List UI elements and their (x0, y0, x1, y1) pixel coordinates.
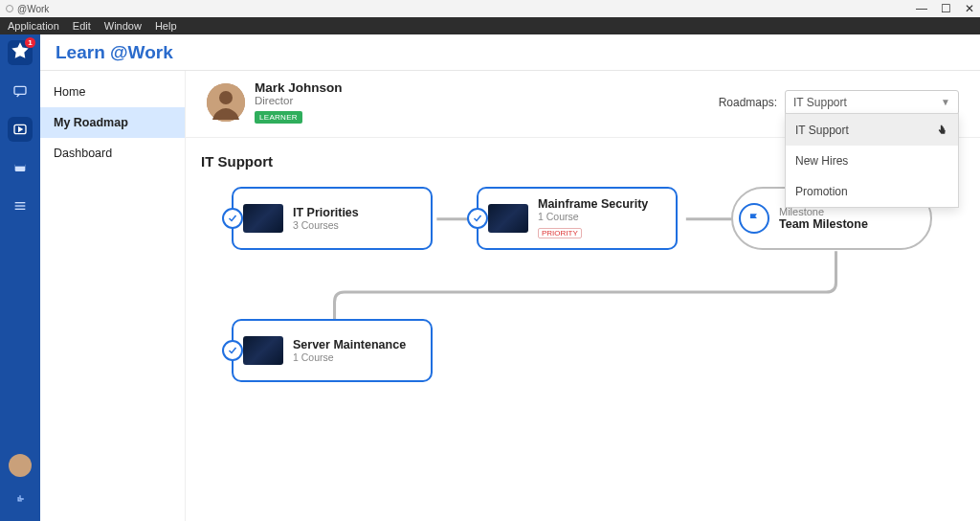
svg-rect-3 (15, 164, 26, 167)
node-subtitle: 3 Courses (293, 219, 359, 231)
check-icon (467, 208, 488, 229)
node-server-maintenance[interactable]: Server Maintenance 1 Course (232, 319, 433, 382)
svg-point-8 (219, 91, 233, 104)
user-role: Director (255, 95, 343, 106)
sidebar: Home My Roadmap Dashboard (40, 71, 186, 521)
roadmap-canvas: IT Priorities 3 Courses Mainframe Securi… (193, 177, 972, 445)
roadmap-option-new-hires[interactable]: New Hires (786, 146, 958, 176)
node-it-priorities[interactable]: IT Priorities 3 Courses (232, 187, 433, 250)
node-title: IT Priorities (293, 206, 359, 219)
sidebar-item-my-roadmap[interactable]: My Roadmap (40, 107, 185, 138)
course-thumbnail (488, 204, 528, 233)
rail-avatar[interactable] (9, 454, 32, 477)
rail-chat-icon[interactable] (8, 79, 33, 103)
roadmap-picker-label: Roadmaps: (719, 96, 777, 109)
main-panel: Mark Johnson Director LEARNER Roadmaps: … (186, 71, 980, 521)
roadmap-option-label: New Hires (795, 154, 848, 168)
roadmap-select[interactable]: IT Support ▼ (785, 90, 959, 115)
window-close-button[interactable]: ✕ (965, 2, 974, 15)
node-title: Mainframe Security (538, 197, 648, 211)
menu-application[interactable]: Application (8, 20, 59, 32)
user-name: Mark Johnson (255, 80, 343, 95)
milestone-title: Team Milestone (779, 217, 868, 231)
sidebar-item-dashboard[interactable]: Dashboard (40, 138, 185, 169)
flag-icon (739, 203, 769, 234)
node-subtitle: 1 Course (293, 351, 406, 363)
node-mainframe-security[interactable]: Mainframe Security 1 Course PRIORITY (477, 187, 678, 250)
node-subtitle: 1 Course (538, 211, 648, 222)
user-avatar[interactable] (207, 83, 245, 122)
node-title: Server Maintenance (293, 338, 406, 351)
app-menubar: Application Edit Window Help (0, 17, 980, 34)
roadmap-option-label: IT Support (795, 124, 849, 137)
os-titlebar: @Work — ☐ ✕ (0, 0, 980, 17)
window-title: @Work (17, 4, 49, 14)
priority-badge: PRIORITY (538, 228, 582, 238)
rail-card-icon[interactable] (8, 155, 33, 180)
app-indicator-icon (6, 5, 13, 12)
app-logo-icon[interactable]: 1 (8, 40, 33, 65)
roadmap-option-promotion[interactable]: Promotion (786, 176, 958, 207)
window-minimize-button[interactable]: — (916, 2, 927, 15)
rail-link-icon[interactable] (8, 487, 33, 511)
page-title: Learn @Work (56, 42, 173, 63)
notification-badge: 1 (25, 37, 35, 48)
learner-badge: LEARNER (255, 111, 302, 124)
menu-edit[interactable]: Edit (73, 20, 91, 32)
rail-learn-icon[interactable] (8, 117, 33, 142)
check-icon (222, 340, 243, 361)
roadmap-select-value: IT Support (793, 96, 847, 109)
page-header: Learn @Work (40, 34, 980, 71)
menu-help[interactable]: Help (155, 20, 177, 32)
cursor-icon (936, 123, 948, 137)
check-icon (222, 208, 243, 229)
roadmap-option-it-support[interactable]: IT Support (786, 114, 958, 146)
chevron-down-icon: ▼ (941, 97, 950, 107)
window-maximize-button[interactable]: ☐ (941, 2, 951, 15)
roadmap-dropdown: IT Support New Hires Promotion (785, 113, 959, 208)
menu-window[interactable]: Window (104, 20, 142, 32)
roadmap-option-label: Promotion (795, 185, 848, 198)
course-thumbnail (243, 336, 283, 365)
nav-rail: 1 (0, 34, 40, 521)
svg-rect-0 (14, 86, 26, 94)
rail-menu-icon[interactable] (8, 193, 33, 218)
sidebar-item-home[interactable]: Home (40, 77, 185, 107)
course-thumbnail (243, 204, 283, 233)
